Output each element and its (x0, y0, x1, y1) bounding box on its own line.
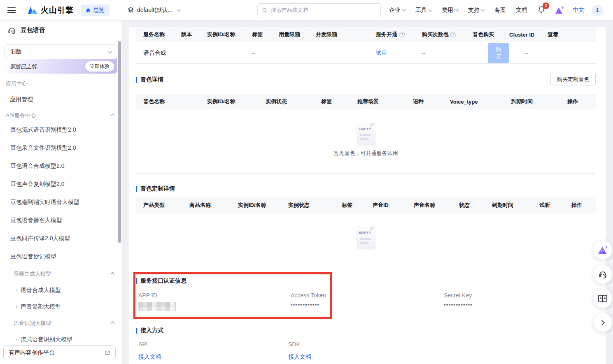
search-icon (262, 7, 268, 13)
sidebar-header: AI 豆包语音 (0, 21, 121, 40)
search-input[interactable] (271, 7, 376, 13)
product-title: 豆包语音 (21, 26, 45, 34)
notifications-button[interactable]: 2 (537, 5, 545, 15)
new-version-text: 新版已上线 (10, 63, 37, 70)
buy-button[interactable]: 购买 (488, 43, 509, 63)
ai-assistant-float-button[interactable] (593, 241, 612, 260)
logo-text: 火山引擎 (41, 5, 74, 16)
section-title: 接入方式 (140, 327, 163, 334)
help-icon[interactable] (399, 32, 405, 37)
sdk-doc-link[interactable]: 接入文档 (288, 353, 311, 361)
menu-label: 备案 (494, 7, 506, 14)
sidebar-subgroup-asr[interactable]: 语音识别大模型 (0, 315, 121, 332)
volcengine-logo[interactable]: 火山引擎 (27, 5, 74, 16)
sidebar-item-model[interactable]: 豆包端到端实时语音大模型 (0, 193, 121, 211)
sidebar-item-model[interactable]: 豆包录音文件识别模型2.0 (0, 139, 121, 157)
col-header: 并发限额 (316, 31, 376, 38)
col-header: 标签 (252, 31, 279, 38)
sidebar-item-voice-clone-large[interactable]: 声音复刻大模型 (0, 299, 121, 315)
chevron-down-icon (108, 49, 112, 53)
hamburger-menu-icon[interactable] (7, 7, 16, 13)
col-header: 版本 (181, 31, 207, 38)
service-name: 语音合成 (143, 49, 181, 57)
footer-link-label: 有声内容创作平台 (9, 349, 55, 357)
col-header: 用量限额 (279, 31, 316, 38)
col-header-label: 服务开通 (376, 31, 397, 38)
voice-detail-section-header: 音色详情 购买定制音色 (136, 74, 596, 86)
api-access-column: API 接入文档 (138, 341, 161, 361)
voice-custom-table-empty-state: EMPTY (136, 213, 596, 267)
external-link-icon (105, 350, 110, 356)
col-header: 实例ID/名称 (238, 202, 288, 209)
menu-icp[interactable]: 备案 (494, 7, 506, 14)
section-bar (136, 328, 137, 334)
col-header: 标签 (321, 98, 357, 105)
sidebar-subgroup-audio-gen[interactable]: 音频生成大模型 (0, 266, 121, 282)
menu-docs[interactable]: 文档 (516, 7, 527, 14)
menu-enterprise[interactable]: 企业 (389, 7, 406, 14)
subgroup-label: 音频生成大模型 (14, 270, 51, 278)
audio-creation-platform-link[interactable]: 有声内容创作平台 (3, 345, 116, 360)
floating-toolbar (593, 241, 612, 337)
sidebar-item-model[interactable]: 豆包声音复刻模型2.0 (0, 175, 121, 193)
user-avatar[interactable]: 1 (592, 5, 603, 16)
col-header: 语种 (413, 98, 450, 105)
section-bar (136, 186, 137, 192)
package-cell: -- (422, 50, 473, 56)
buy-custom-voice-button[interactable]: 购买定制音色 (550, 73, 596, 86)
sidebar-item-app-manage[interactable]: 应用管理 (0, 95, 121, 104)
headset-icon (598, 269, 608, 279)
main-content: 服务名称 版本 实例ID/名称 标签 用量限额 并发限额 服务开通 购买次数包 … (129, 27, 606, 364)
access-method-section: 接入方式 API 接入文档 SDK 接入文档 (136, 325, 596, 364)
customer-service-button[interactable] (593, 265, 612, 284)
navbar-divider (118, 7, 118, 14)
layers-icon (127, 7, 134, 14)
sidebar-item-model[interactable]: 豆包语音合成模型2.0 (0, 157, 121, 175)
access-type-label: API (138, 341, 161, 348)
menu-label: 企业 (389, 7, 401, 14)
menu-label: 文档 (516, 7, 527, 14)
sidebar-scrollbar[interactable] (118, 41, 121, 243)
try-now-button[interactable]: 立即体验 (85, 61, 114, 72)
project-selector[interactable]: default(默认... (127, 7, 181, 14)
empty-document-icon: EMPTY (357, 227, 375, 248)
sidebar-item-tts-large[interactable]: 语音合成大模型 (0, 282, 121, 299)
col-header: 音色购买 (473, 31, 509, 38)
chevron-down-icon (402, 7, 406, 12)
main-page: 服务名称 版本 实例ID/名称 标签 用量限额 并发限额 服务开通 购买次数包 … (121, 21, 613, 364)
help-icon[interactable] (450, 32, 456, 37)
sidebar-item-model[interactable]: 豆包同声传译2.0大模型 (0, 230, 121, 248)
global-search[interactable] (257, 3, 381, 17)
trial-link[interactable]: 试用 (376, 49, 422, 57)
service-table-header: 服务名称 版本 实例ID/名称 标签 用量限额 并发限额 服务开通 购买次数包 … (136, 27, 596, 42)
sidebar-group-app-center: 应用中心 (0, 80, 121, 88)
language-switch[interactable]: 中文 (573, 7, 584, 14)
sidebar-item-model[interactable]: 豆包语音播客大模型 (0, 211, 121, 230)
ai-assistant-button[interactable] (555, 6, 564, 15)
version-banner: 旧版 新版已上线 立即体验 (4, 44, 117, 74)
empty-document-icon: EMPTY (357, 123, 375, 145)
menu-label: 工具 (415, 7, 427, 14)
col-header: 商品名称 (189, 202, 238, 209)
sidebar-group-api-center[interactable]: API服务中心 (0, 112, 121, 119)
overview-button[interactable]: 总览 (81, 5, 109, 16)
menu-tools[interactable]: 工具 (415, 7, 432, 14)
col-header-label: 购买次数包 (422, 31, 449, 38)
sidebar-item-model[interactable]: 豆包流式语音识别模型2.0 (0, 121, 121, 139)
menu-support[interactable]: 支持 (468, 7, 485, 14)
home-icon (85, 7, 91, 13)
menu-billing[interactable]: 费用 (442, 7, 458, 14)
version-select[interactable]: 旧版 (4, 44, 117, 59)
col-header: 声音ID (373, 202, 414, 209)
overview-label: 总览 (93, 7, 105, 14)
collapse-panel-button[interactable] (593, 313, 612, 332)
access-type-label: SDK (288, 341, 311, 348)
chevron-up-icon (111, 114, 115, 118)
menu-label: 支持 (468, 7, 480, 14)
col-header: 推荐场景 (357, 98, 413, 105)
documentation-button[interactable] (593, 289, 612, 308)
chevron-down-icon (481, 7, 485, 12)
sidebar-item-model[interactable]: 豆包语音妙记模型 (0, 248, 121, 266)
api-doc-link[interactable]: 接入文档 (138, 353, 161, 361)
col-header: 实例状态 (266, 98, 321, 105)
